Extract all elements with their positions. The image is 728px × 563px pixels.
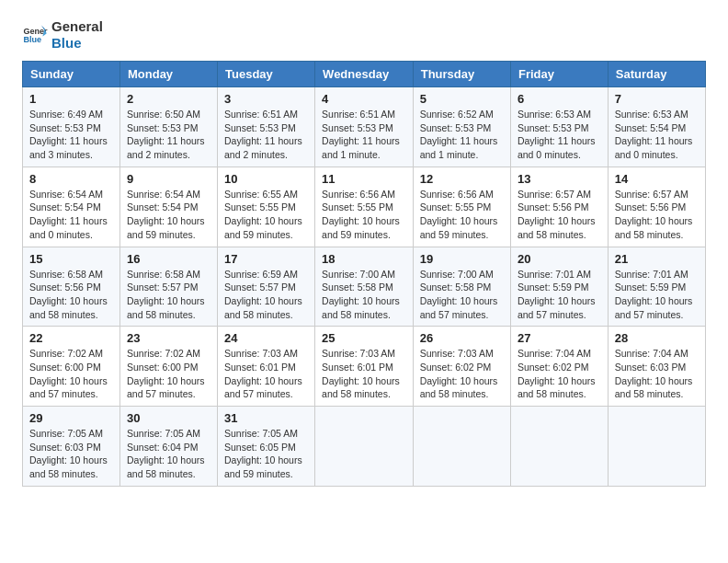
calendar-cell: 25 Sunrise: 7:03 AM Sunset: 6:01 PM Dayl… [315,327,414,407]
calendar-week-row: 15 Sunrise: 6:58 AM Sunset: 5:56 PM Dayl… [23,247,706,327]
calendar-week-row: 22 Sunrise: 7:02 AM Sunset: 6:00 PM Dayl… [23,327,706,407]
day-number: 13 [518,172,601,186]
calendar-cell: 9 Sunrise: 6:54 AM Sunset: 5:54 PM Dayli… [119,167,217,247]
logo-icon: General Blue [22,22,48,48]
day-of-week-header: Friday [510,62,608,87]
day-detail: Sunrise: 7:00 AM Sunset: 5:58 PM Dayligh… [322,268,406,322]
day-number: 16 [127,252,210,266]
calendar-cell: 2 Sunrise: 6:50 AM Sunset: 5:53 PM Dayli… [119,87,217,167]
logo-text: General Blue [51,18,103,52]
day-number: 6 [518,92,601,106]
day-detail: Sunrise: 6:54 AM Sunset: 5:54 PM Dayligh… [29,188,113,242]
calendar-cell [608,407,705,487]
day-detail: Sunrise: 6:57 AM Sunset: 5:56 PM Dayligh… [518,188,601,242]
day-detail: Sunrise: 6:49 AM Sunset: 5:53 PM Dayligh… [29,108,113,162]
day-detail: Sunrise: 7:05 AM Sunset: 6:05 PM Dayligh… [224,427,308,481]
calendar-cell: 1 Sunrise: 6:49 AM Sunset: 5:53 PM Dayli… [23,87,120,167]
logo: General Blue General Blue [22,18,103,52]
day-number: 30 [127,411,210,425]
day-number: 7 [615,92,699,106]
day-detail: Sunrise: 6:59 AM Sunset: 5:57 PM Dayligh… [224,268,308,322]
calendar-cell: 18 Sunrise: 7:00 AM Sunset: 5:58 PM Dayl… [315,247,414,327]
day-number: 28 [615,331,699,345]
page-header: General Blue General Blue [22,18,706,52]
day-detail: Sunrise: 6:51 AM Sunset: 5:53 PM Dayligh… [322,108,406,162]
day-detail: Sunrise: 6:50 AM Sunset: 5:53 PM Dayligh… [127,108,210,162]
calendar-cell: 26 Sunrise: 7:03 AM Sunset: 6:02 PM Dayl… [413,327,510,407]
calendar-cell: 24 Sunrise: 7:03 AM Sunset: 6:01 PM Dayl… [218,327,315,407]
day-detail: Sunrise: 7:02 AM Sunset: 6:00 PM Dayligh… [29,347,113,401]
day-detail: Sunrise: 6:57 AM Sunset: 5:56 PM Dayligh… [615,188,699,242]
day-number: 26 [420,331,504,345]
day-number: 14 [615,172,699,186]
calendar-cell: 29 Sunrise: 7:05 AM Sunset: 6:03 PM Dayl… [23,407,120,487]
day-number: 18 [322,252,406,266]
calendar-cell: 11 Sunrise: 6:56 AM Sunset: 5:55 PM Dayl… [315,167,414,247]
day-detail: Sunrise: 7:03 AM Sunset: 6:02 PM Dayligh… [420,347,504,401]
day-detail: Sunrise: 6:53 AM Sunset: 5:54 PM Dayligh… [615,108,699,162]
calendar-cell [510,407,608,487]
day-number: 1 [29,92,113,106]
day-of-week-header: Sunday [23,62,120,87]
day-detail: Sunrise: 6:56 AM Sunset: 5:55 PM Dayligh… [420,188,504,242]
calendar-cell: 10 Sunrise: 6:55 AM Sunset: 5:55 PM Dayl… [218,167,315,247]
calendar-cell: 14 Sunrise: 6:57 AM Sunset: 5:56 PM Dayl… [608,167,705,247]
day-number: 27 [518,331,601,345]
day-number: 9 [127,172,210,186]
calendar-cell: 30 Sunrise: 7:05 AM Sunset: 6:04 PM Dayl… [119,407,217,487]
day-of-week-header: Tuesday [218,62,315,87]
day-of-week-header: Saturday [608,62,705,87]
day-detail: Sunrise: 7:01 AM Sunset: 5:59 PM Dayligh… [518,268,601,322]
calendar-cell: 3 Sunrise: 6:51 AM Sunset: 5:53 PM Dayli… [218,87,315,167]
day-detail: Sunrise: 7:03 AM Sunset: 6:01 PM Dayligh… [322,347,406,401]
day-number: 22 [29,331,113,345]
day-number: 23 [127,331,210,345]
day-number: 12 [420,172,504,186]
day-of-week-header: Monday [119,62,217,87]
day-detail: Sunrise: 7:02 AM Sunset: 6:00 PM Dayligh… [127,347,210,401]
calendar-cell: 27 Sunrise: 7:04 AM Sunset: 6:02 PM Dayl… [510,327,608,407]
calendar-cell [413,407,510,487]
day-detail: Sunrise: 7:05 AM Sunset: 6:03 PM Dayligh… [29,427,113,481]
calendar-cell: 23 Sunrise: 7:02 AM Sunset: 6:00 PM Dayl… [119,327,217,407]
calendar-cell: 19 Sunrise: 7:00 AM Sunset: 5:58 PM Dayl… [413,247,510,327]
day-detail: Sunrise: 7:05 AM Sunset: 6:04 PM Dayligh… [127,427,210,481]
day-number: 4 [322,92,406,106]
day-detail: Sunrise: 6:53 AM Sunset: 5:53 PM Dayligh… [518,108,601,162]
calendar-cell: 4 Sunrise: 6:51 AM Sunset: 5:53 PM Dayli… [315,87,414,167]
day-number: 17 [224,252,308,266]
calendar-cell: 22 Sunrise: 7:02 AM Sunset: 6:00 PM Dayl… [23,327,120,407]
day-detail: Sunrise: 6:58 AM Sunset: 5:57 PM Dayligh… [127,268,210,322]
day-number: 11 [322,172,406,186]
day-detail: Sunrise: 6:56 AM Sunset: 5:55 PM Dayligh… [322,188,406,242]
day-number: 21 [615,252,699,266]
day-number: 2 [127,92,210,106]
day-number: 31 [224,411,308,425]
day-number: 10 [224,172,308,186]
day-number: 25 [322,331,406,345]
day-detail: Sunrise: 7:04 AM Sunset: 6:02 PM Dayligh… [518,347,601,401]
calendar-week-row: 29 Sunrise: 7:05 AM Sunset: 6:03 PM Dayl… [23,407,706,487]
day-detail: Sunrise: 7:04 AM Sunset: 6:03 PM Dayligh… [615,347,699,401]
day-detail: Sunrise: 6:54 AM Sunset: 5:54 PM Dayligh… [127,188,210,242]
calendar-table: SundayMondayTuesdayWednesdayThursdayFrid… [22,61,706,487]
day-detail: Sunrise: 7:00 AM Sunset: 5:58 PM Dayligh… [420,268,504,322]
day-number: 24 [224,331,308,345]
day-number: 3 [224,92,308,106]
day-of-week-header: Thursday [413,62,510,87]
day-detail: Sunrise: 6:52 AM Sunset: 5:53 PM Dayligh… [420,108,504,162]
calendar-cell: 6 Sunrise: 6:53 AM Sunset: 5:53 PM Dayli… [510,87,608,167]
calendar-cell: 5 Sunrise: 6:52 AM Sunset: 5:53 PM Dayli… [413,87,510,167]
calendar-cell: 8 Sunrise: 6:54 AM Sunset: 5:54 PM Dayli… [23,167,120,247]
day-detail: Sunrise: 6:55 AM Sunset: 5:55 PM Dayligh… [224,188,308,242]
day-number: 29 [29,411,113,425]
calendar-cell: 17 Sunrise: 6:59 AM Sunset: 5:57 PM Dayl… [218,247,315,327]
calendar-cell: 28 Sunrise: 7:04 AM Sunset: 6:03 PM Dayl… [608,327,705,407]
calendar-cell [315,407,414,487]
day-number: 5 [420,92,504,106]
day-number: 15 [29,252,113,266]
day-detail: Sunrise: 7:01 AM Sunset: 5:59 PM Dayligh… [615,268,699,322]
day-number: 20 [518,252,601,266]
calendar-cell: 13 Sunrise: 6:57 AM Sunset: 5:56 PM Dayl… [510,167,608,247]
svg-text:Blue: Blue [23,35,41,44]
